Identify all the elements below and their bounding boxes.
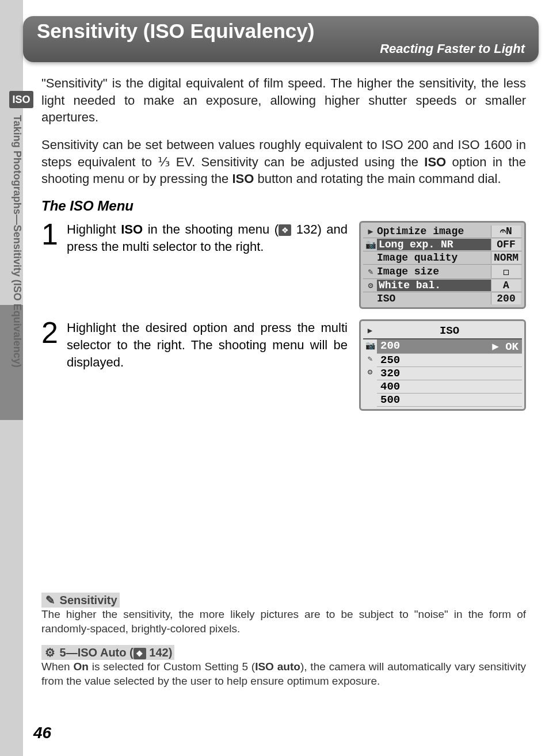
lcd2-list-item: 400 — [377, 380, 522, 394]
note2-b: is selected for Custom Setting 5 ( — [89, 660, 255, 673]
page-number: 46 — [33, 724, 51, 742]
lcd-row-label: White bal. — [377, 280, 491, 291]
lcd2-item-label: 400 — [380, 380, 518, 393]
lcd-menu-row: ⚙White bal.A — [363, 279, 522, 292]
lcd-shooting-menu: ▶Optimize image𝄐N📷Long exp. NROFFImage q… — [359, 221, 526, 309]
lcd-menu-row: 📷Long exp. NROFF — [363, 238, 522, 251]
lcd-row-value: 200 — [491, 293, 521, 304]
step1-a: Highlight — [67, 222, 121, 236]
note-iso-auto: ⚙ 5—ISO Auto (❖ 142) When On is selected… — [41, 645, 526, 688]
note-1-title: ✎ Sensitivity — [41, 593, 120, 608]
step-1-number: 1 — [41, 221, 62, 248]
note-2-title: ⚙ 5—ISO Auto (❖ 142) — [41, 645, 174, 660]
lcd-menu-row: Image qualityNORM — [363, 251, 522, 265]
book-ref-icon: ❖ — [279, 224, 291, 236]
range-text-b: EV. Sensitivity can be adjusted using th… — [170, 155, 424, 169]
step-1-text: Highlight ISO in the shooting menu (❖ 13… — [67, 221, 348, 255]
lcd-row-value: NORM — [491, 252, 521, 264]
pencil-icon: ✎ — [44, 593, 56, 607]
step-2-number: 2 — [41, 319, 62, 346]
step-1-row: 1 Highlight ISO in the shooting menu (❖ … — [41, 221, 526, 309]
title-banner: Sensitivity (ISO Equivalency) Reacting F… — [23, 16, 539, 62]
lcd2-item-ok: ▶ OK — [492, 339, 518, 353]
lcd2-header-icon: ▶ — [363, 323, 377, 338]
lcd-row-icon: ✎ — [364, 266, 377, 277]
lcd2-side-icon: 📷 — [365, 341, 375, 350]
book-ref-icon-2: ❖ — [134, 648, 146, 659]
lcd2-side-icon: ✎ — [368, 354, 372, 364]
sidebar-section-label: Taking Photographs—Sensitivity (ISO Equi… — [11, 115, 23, 127]
lcd-row-label: Long exp. NR — [377, 239, 491, 250]
lcd2-side-icon: ⚙ — [368, 367, 372, 377]
lcd-row-icon: 📷 — [364, 239, 377, 250]
iso-bold-2: ISO — [232, 171, 254, 186]
lcd2-body: 📷✎⚙ 200▶ OK250320400500 — [363, 339, 522, 407]
range-paragraph: Sensitivity can be set between values ro… — [41, 136, 526, 188]
note-2-body: When On is selected for Custom Setting 5… — [41, 660, 526, 688]
lcd2-header: ▶ ISO — [363, 323, 522, 339]
lcd-menu-row: ISO200 — [363, 292, 522, 305]
lcd2-list-item: 250 — [377, 354, 522, 367]
step-2-row: 2 Highlight the desired option and press… — [41, 319, 526, 411]
step-2-text: Highlight the desired option and press t… — [67, 319, 348, 371]
lcd2-item-label: 200 — [380, 339, 492, 353]
lcd-row-label: Optimize image — [377, 226, 491, 237]
lcd-menu-row: ✎Image size◻ — [363, 265, 522, 279]
iso-bold-1: ISO — [424, 155, 446, 169]
lcd-row-label: ISO — [377, 293, 491, 304]
lcd2-item-label: 320 — [380, 367, 518, 380]
note2-a: When — [41, 660, 74, 673]
lcd2-list-item: 320 — [377, 367, 522, 380]
step1-iso: ISO — [121, 222, 143, 236]
lcd-menu-row: ▶Optimize image𝄐N — [363, 225, 522, 238]
gear-icon: ⚙ — [44, 646, 56, 659]
lcd-row-value: OFF — [491, 239, 521, 250]
page-title: Sensitivity (ISO Equivalency) — [37, 20, 525, 43]
lcd2-item-label: 250 — [380, 354, 518, 366]
lcd2-item-label: 500 — [380, 394, 518, 406]
note-2-title-b: 142) — [146, 646, 173, 659]
lcd-row-label: Image quality — [377, 252, 491, 264]
note2-on: On — [74, 660, 89, 673]
note-1-body: The higher the sensitivity, the more lik… — [41, 608, 526, 636]
note-sensitivity: ✎ Sensitivity The higher the sensitivity… — [41, 593, 526, 636]
lcd2-side-icons: 📷✎⚙ — [363, 339, 377, 407]
page-subtitle: Reacting Faster to Light — [37, 41, 525, 56]
note2-isoauto: ISO auto — [255, 660, 300, 673]
lcd2-list-item: 500 — [377, 394, 522, 407]
iso-badge: ISO — [9, 91, 33, 108]
range-text-d: button and rotating the main command dia… — [254, 171, 501, 186]
lcd-row-value: A — [491, 280, 521, 291]
lcd-row-icon: ▶ — [364, 226, 377, 237]
fraction-one-third: ⅓ — [158, 155, 170, 169]
lcd2-list: 200▶ OK250320400500 — [377, 339, 522, 407]
lcd-row-label: Image size — [377, 266, 491, 277]
lcd-row-value: 𝄐N — [491, 226, 521, 237]
lcd2-list-item: 200▶ OK — [377, 339, 522, 354]
note-2-title-a: 5—ISO Auto ( — [60, 646, 134, 659]
content-area: "Sensitivity" is the digital equivalent … — [41, 75, 526, 421]
iso-menu-subhead: The ISO Menu — [41, 198, 526, 214]
intro-paragraph: "Sensitivity" is the digital equivalent … — [41, 75, 526, 126]
notes-area: ✎ Sensitivity The higher the sensitivity… — [41, 593, 526, 698]
lcd2-title: ISO — [377, 323, 522, 338]
lcd-iso-list: ▶ ISO 📷✎⚙ 200▶ OK250320400500 — [359, 319, 526, 411]
step1-b: in the shooting menu ( — [143, 222, 279, 236]
lcd-row-icon: ⚙ — [364, 280, 377, 291]
lcd-row-value: ◻ — [491, 265, 521, 278]
note-1-title-text: Sensitivity — [60, 594, 117, 606]
